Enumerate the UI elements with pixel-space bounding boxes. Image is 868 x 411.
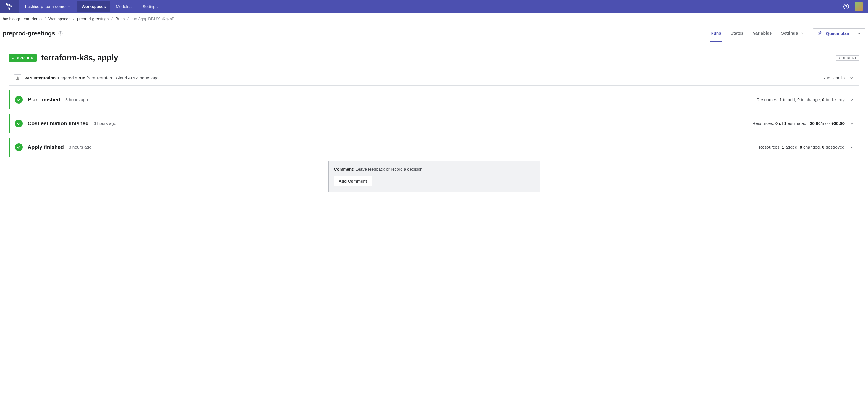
breadcrumb: hashicorp-team-demo/Workspaces/preprod-g… bbox=[0, 13, 868, 25]
svg-point-8 bbox=[17, 76, 18, 78]
stage-time: 3 hours ago bbox=[65, 97, 88, 102]
stage-card[interactable]: Cost estimation finished3 hours agoResou… bbox=[9, 114, 859, 133]
stage-card[interactable]: Apply finished3 hours agoResources: 1 ad… bbox=[9, 138, 859, 157]
stage-title: Plan finished bbox=[28, 97, 60, 103]
chevron-down-icon bbox=[68, 5, 71, 8]
tab-label: Variables bbox=[753, 31, 772, 36]
chevron-down-icon bbox=[849, 76, 854, 80]
info-icon[interactable] bbox=[58, 31, 63, 36]
stage-resources: Resources: 0 of 1 estimated · $0.00/mo ·… bbox=[752, 121, 844, 126]
check-icon bbox=[11, 56, 15, 60]
breadcrumb-link[interactable]: preprod-greetings bbox=[77, 16, 108, 21]
terraform-logo[interactable] bbox=[0, 0, 19, 13]
run-details-toggle[interactable]: Run Details bbox=[823, 75, 854, 80]
tab-label: Runs bbox=[710, 31, 721, 36]
queue-plan-button[interactable]: Queue plan bbox=[813, 29, 865, 38]
chevron-down-icon bbox=[857, 32, 861, 35]
breadcrumb-link[interactable]: Workspaces bbox=[49, 16, 70, 21]
chevron-down-icon bbox=[800, 31, 804, 35]
run-detail: APPLIED terraform-k8s, apply CURRENT API… bbox=[0, 42, 868, 192]
org-switcher[interactable]: hashicorp-team-demo bbox=[19, 0, 77, 13]
breadcrumb-link[interactable]: Runs bbox=[115, 16, 125, 21]
comment-section: Comment: Leave feedback or record a deci… bbox=[328, 161, 540, 192]
nav-link-workspaces[interactable]: Workspaces bbox=[77, 1, 110, 12]
comment-label: Comment: Leave feedback or record a deci… bbox=[334, 167, 535, 172]
chevron-down-icon[interactable] bbox=[849, 121, 854, 126]
tab-label: Settings bbox=[781, 31, 798, 36]
queue-plan-label: Queue plan bbox=[826, 31, 849, 36]
check-circle-icon bbox=[15, 119, 23, 127]
workspace-tabs: RunsStatesVariablesSettings bbox=[710, 25, 805, 42]
nav-link-settings[interactable]: Settings bbox=[137, 0, 163, 13]
workspace-title: preprod-greetings bbox=[3, 30, 55, 37]
tab-label: States bbox=[731, 31, 744, 36]
stage-resources: Resources: 1 added, 0 changed, 0 destroy… bbox=[759, 145, 844, 150]
stage-title: Apply finished bbox=[28, 144, 64, 150]
stage-title: Cost estimation finished bbox=[28, 121, 89, 127]
status-badge-applied: APPLIED bbox=[9, 54, 37, 62]
add-comment-button[interactable]: Add Comment bbox=[334, 176, 372, 186]
stage-card[interactable]: Plan finished3 hours agoResources: 1 to … bbox=[9, 90, 859, 109]
org-name: hashicorp-team-demo bbox=[25, 4, 65, 9]
tab-variables[interactable]: Variables bbox=[752, 25, 772, 42]
breadcrumb-link[interactable]: hashicorp-team-demo bbox=[3, 16, 42, 21]
nav-link-modules[interactable]: Modules bbox=[110, 0, 137, 13]
chevron-down-icon[interactable] bbox=[849, 145, 854, 149]
stage-time: 3 hours ago bbox=[94, 121, 116, 126]
queue-icon bbox=[817, 31, 822, 36]
tab-runs[interactable]: Runs bbox=[710, 25, 722, 42]
run-trigger-text: API Integration triggered a run from Ter… bbox=[25, 75, 159, 80]
stage-time: 3 hours ago bbox=[69, 145, 92, 150]
svg-point-1 bbox=[846, 8, 846, 8]
check-circle-icon bbox=[15, 96, 23, 104]
top-nav: hashicorp-team-demo WorkspacesModulesSet… bbox=[0, 0, 868, 13]
breadcrumb-sep: / bbox=[44, 16, 45, 21]
tab-settings[interactable]: Settings bbox=[780, 25, 804, 42]
breadcrumb-sep: / bbox=[112, 16, 113, 21]
run-trigger-row[interactable]: API Integration triggered a run from Ter… bbox=[9, 70, 859, 85]
check-circle-icon bbox=[15, 143, 23, 151]
user-icon bbox=[14, 74, 21, 81]
current-badge: CURRENT bbox=[836, 55, 859, 61]
chevron-down-icon[interactable] bbox=[849, 98, 854, 102]
primary-nav: WorkspacesModulesSettings bbox=[77, 0, 163, 13]
page-header: preprod-greetings RunsStatesVariablesSet… bbox=[0, 25, 868, 42]
tab-states[interactable]: States bbox=[730, 25, 744, 42]
breadcrumb-sep: / bbox=[73, 16, 74, 21]
breadcrumb-current: run-3qapiDBL99aKgzbB bbox=[131, 16, 175, 21]
stage-resources: Resources: 1 to add, 0 to change, 0 to d… bbox=[756, 97, 844, 102]
user-avatar[interactable] bbox=[855, 2, 863, 11]
help-icon[interactable] bbox=[843, 4, 849, 10]
breadcrumb-sep: / bbox=[127, 16, 128, 21]
run-title: terraform-k8s, apply bbox=[41, 53, 118, 62]
